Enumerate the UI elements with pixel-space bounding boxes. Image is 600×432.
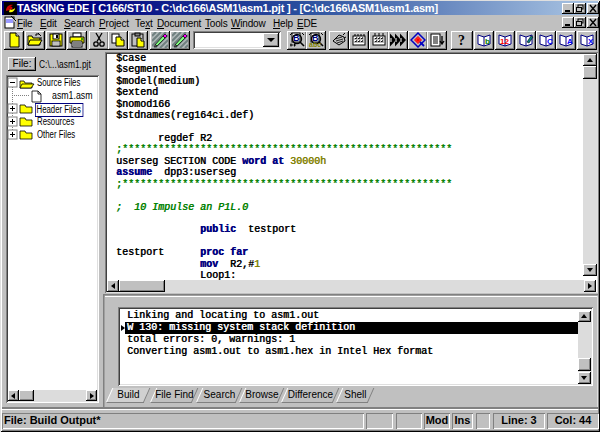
- svg-text:12: 12: [500, 37, 509, 46]
- svg-text:C: C: [547, 37, 553, 46]
- svg-text:b: b: [485, 37, 490, 46]
- svg-text:A: A: [567, 37, 573, 46]
- svg-text:abc: abc: [309, 41, 321, 48]
- svg-text:X: X: [588, 37, 594, 46]
- svg-text:?: ?: [458, 33, 465, 48]
